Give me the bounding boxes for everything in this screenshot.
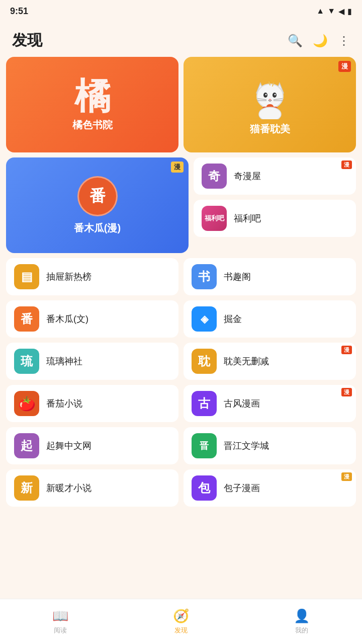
jinjiang-icon: 晋 [192, 433, 217, 458]
list-item-qiwu[interactable]: 起 起舞中文网 [6, 427, 178, 464]
bottom-nav: 📖 阅读 🧭 发现 👤 我的 [0, 599, 362, 644]
signal-icon: ◀ [338, 7, 344, 16]
svg-point-14 [259, 107, 281, 119]
fanqie-label: 番茄小说 [46, 397, 82, 410]
papaya-avatar-text: 番 [89, 185, 106, 207]
nav-item-discover[interactable]: 🧭 发现 [121, 608, 241, 635]
gufeng-icon: 古 [192, 391, 217, 416]
shujuge-label: 书趣阁 [224, 271, 251, 283]
svg-point-6 [274, 94, 276, 95]
header: 发现 🔍 🌙 ⋮ [0, 22, 362, 57]
list-item-xinnuancai[interactable]: 新 新暖才小说 [6, 469, 178, 507]
banner-yellow-cat[interactable]: 漫 [184, 57, 356, 152]
nav-item-profile[interactable]: 👤 我的 [241, 608, 362, 635]
profile-nav-label: 我的 [295, 626, 308, 635]
qimanwu-badge: 漫 [341, 160, 352, 169]
status-bar: 9:51 ▲ ▼ ◀ ▮ [0, 0, 362, 22]
left-column: ▤ 抽屉新热榜 番 番木瓜(文) 琉 琉璃神社 🍅 番茄小 [6, 258, 178, 507]
main-content: 橘 橘色书院 漫 [0, 57, 362, 557]
qimanwu-icon: 奇 [202, 164, 227, 189]
yellow-banner-badge: 漫 [338, 61, 351, 72]
xinnuancai-label: 新暖才小说 [46, 482, 92, 494]
discover-nav-icon: 🧭 [173, 608, 189, 624]
read-nav-icon: 📖 [52, 608, 68, 624]
list-item-qimanwu[interactable]: 漫 奇 奇漫屋 [194, 157, 356, 195]
qimanwu-label: 奇漫屋 [234, 170, 261, 182]
wifi-icon: ▼ [327, 7, 335, 16]
baozi-icon: 包 [192, 475, 217, 501]
orange-banner-icon: 橘 [74, 78, 111, 114]
xinnuancai-icon: 新 [14, 475, 39, 501]
jinjiang-label: 晋江文学城 [224, 440, 269, 452]
juejin-icon: ◈ [192, 306, 217, 332]
list-item-juejin[interactable]: ◈ 掘金 [184, 300, 356, 338]
more-options-icon[interactable]: ⋮ [338, 34, 350, 48]
header-actions: 🔍 🌙 ⋮ [288, 34, 350, 48]
baozi-badge: 漫 [341, 472, 352, 481]
danmei-label: 耽美无删减 [224, 355, 269, 367]
yellow-banner-label: 猫番耽美 [250, 122, 290, 136]
liuli-label: 琉璃神社 [46, 355, 82, 367]
list-item-shujuge[interactable]: 书 书趣阁 [184, 258, 356, 295]
search-icon[interactable]: 🔍 [288, 34, 303, 48]
blue-banner-label: 番木瓜(漫) [74, 221, 121, 235]
baozi-label: 包子漫画 [224, 482, 260, 494]
papaya-wen-icon: 番 [14, 306, 39, 332]
qiwu-label: 起舞中文网 [46, 440, 92, 452]
battery-icon: ▮ [347, 7, 352, 16]
gufeng-badge: 漫 [341, 388, 352, 396]
top-banners-row: 橘 橘色书院 漫 [6, 57, 356, 152]
shujuge-icon: 书 [192, 264, 217, 289]
list-item-chuti[interactable]: ▤ 抽屉新热榜 [6, 258, 178, 295]
list-item-fanqie[interactable]: 🍅 番茄小说 [6, 385, 178, 422]
right-list-top: 漫 奇 奇漫屋 福利吧 福利吧 [194, 157, 356, 253]
chuti-icon: ▤ [14, 264, 39, 289]
banner-blue-papaya[interactable]: 漫 番 番木瓜(漫) [6, 157, 189, 253]
list-item-gufeng[interactable]: 漫 古 古风漫画 [184, 385, 356, 422]
discover-nav-label: 发现 [174, 626, 188, 635]
danmei-icon: 耽 [192, 349, 217, 374]
danmei-badge: 漫 [341, 346, 352, 354]
cat-illustration [247, 74, 293, 119]
fuliwu-icon: 福利吧 [202, 206, 227, 231]
status-time: 9:51 [10, 6, 28, 17]
juejin-label: 掘金 [224, 313, 242, 325]
status-icons: ▲ ▼ ◀ ▮ [316, 7, 352, 16]
items-grid: ▤ 抽屉新热榜 番 番木瓜(文) 琉 琉璃神社 🍅 番茄小 [6, 258, 356, 507]
notification-icon: ▲ [316, 7, 324, 16]
fuliwu-label: 福利吧 [234, 212, 261, 224]
night-mode-icon[interactable]: 🌙 [313, 34, 328, 48]
gufeng-label: 古风漫画 [224, 397, 260, 410]
liuli-icon: 琉 [14, 349, 39, 374]
profile-nav-icon: 👤 [294, 608, 310, 624]
page-title: 发现 [12, 30, 42, 51]
list-item-danmei[interactable]: 漫 耽 耽美无删减 [184, 343, 356, 380]
list-item-fuliwu[interactable]: 福利吧 福利吧 [194, 200, 356, 237]
blue-banner-badge: 漫 [171, 162, 184, 173]
list-item-baozi[interactable]: 漫 包 包子漫画 [184, 469, 356, 507]
orange-banner-label: 橘色书院 [72, 118, 113, 132]
list-item-papaya-wen[interactable]: 番 番木瓜(文) [6, 300, 178, 338]
papaya-avatar: 番 [77, 176, 118, 216]
papaya-wen-label: 番木瓜(文) [46, 313, 88, 325]
list-item-liuli[interactable]: 琉 琉璃神社 [6, 343, 178, 380]
qiwu-icon: 起 [14, 433, 39, 458]
chuti-label: 抽屉新热榜 [46, 271, 92, 283]
svg-point-5 [265, 94, 266, 95]
list-item-jinjiang[interactable]: 晋 晋江文学城 [184, 427, 356, 464]
second-row: 漫 番 番木瓜(漫) 漫 奇 奇漫屋 福利吧 福利吧 [6, 157, 356, 253]
read-nav-label: 阅读 [54, 626, 67, 635]
banner-orange-bookhouse[interactable]: 橘 橘色书院 [6, 57, 178, 152]
nav-item-read[interactable]: 📖 阅读 [0, 608, 121, 635]
fanqie-icon: 🍅 [14, 391, 39, 416]
right-column: 书 书趣阁 ◈ 掘金 漫 耽 耽美无删减 漫 古 [184, 258, 356, 507]
